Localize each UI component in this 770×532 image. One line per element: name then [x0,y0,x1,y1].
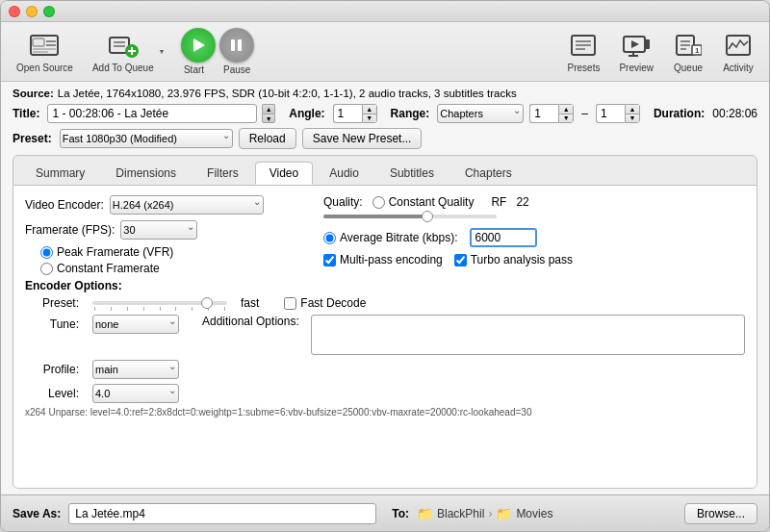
encoder-row: Video Encoder: H.264 (x264) [25,195,304,215]
profile-row: Profile: main [25,360,745,379]
reload-button[interactable]: Reload [239,128,296,149]
titlebar [1,1,769,22]
add-to-queue-button[interactable]: Add To Queue [85,26,173,77]
avg-bitrate-row: Average Bitrate (kbps): [323,228,745,247]
preset-select-wrap: Fast 1080p30 (Modified) [60,129,233,148]
tune-select[interactable]: none [92,315,179,334]
range-from-down[interactable]: ▼ [559,114,573,123]
constant-framerate-radio-item[interactable]: Constant Framerate [40,262,304,275]
minimize-button[interactable] [26,6,38,17]
tune-select-wrap: none [92,315,179,334]
tabs-header: Summary Dimensions Filters Video Audio S… [13,156,757,185]
close-button[interactable] [9,6,20,17]
constant-quality-label: Constant Quality [389,195,475,209]
bitrate-input[interactable] [470,228,537,247]
pause-button[interactable] [219,28,254,63]
range-from-spinner: ▲ ▼ [529,104,574,123]
avg-bitrate-label: Average Bitrate (kbps): [340,231,458,244]
video-tab-content: Video Encoder: H.264 (x264) Framerate (F… [13,185,757,488]
svg-marker-12 [160,50,164,54]
title-input[interactable] [47,104,257,123]
queue-icon: 1 [673,30,704,61]
tab-chapters[interactable]: Chapters [450,162,526,185]
range-select[interactable]: Chapters [437,104,524,123]
queue-button[interactable]: 1 Queue [665,26,711,77]
title-label: Title: [13,107,39,120]
angle-input[interactable] [333,104,362,123]
fast-decode-checkbox[interactable] [284,297,296,310]
encoder-preset-slider[interactable] [92,301,227,305]
fast-decode-label: Fast Decode [300,296,366,310]
encoder-select[interactable]: H.264 (x264) [110,195,264,215]
range-label: Range: [391,107,430,120]
tab-audio[interactable]: Audio [315,162,373,185]
encoder-select-wrap: H.264 (x264) [110,195,264,215]
tab-subtitles[interactable]: Subtitles [375,162,449,185]
title-spin-down[interactable]: ▼ [262,114,275,123]
add-to-queue-label: Add To Queue [92,63,154,73]
tab-video[interactable]: Video [255,162,313,185]
angle-spin-down[interactable]: ▼ [363,114,376,123]
level-label: Level: [25,387,79,400]
constant-quality-radio[interactable] [372,196,385,209]
duration-label: Duration: [654,107,705,120]
range-to-down[interactable]: ▼ [626,114,639,123]
level-select[interactable]: 4.0 [92,384,179,403]
encoder-preset-label: Preset: [25,296,79,310]
framerate-select[interactable]: 30 [120,220,197,240]
peak-framerate-radio-item[interactable]: Peak Framerate (VFR) [40,245,304,259]
multipass-checkbox[interactable] [323,254,336,266]
profile-select-wrap: main [92,360,179,379]
turbo-checkbox[interactable] [454,254,467,266]
activity-button[interactable]: Activity [715,26,761,77]
traffic-lights [9,6,55,17]
title-spin-up[interactable]: ▲ [262,104,275,114]
title-row: Title: ▲ ▼ Angle: ▲ ▼ Range: Chapters [13,104,757,123]
additional-options-row: Additional Options: [202,315,745,355]
open-source-button[interactable]: Open Source [9,26,81,77]
range-from-input[interactable] [529,104,558,123]
encoding-options-row: Multi-pass encoding Turbo analysis pass [323,253,745,266]
video-two-col: Video Encoder: H.264 (x264) Framerate (F… [25,195,745,275]
maximize-button[interactable] [43,6,55,17]
source-row: Source: La Jetée, 1764x1080, 23.976 FPS,… [13,88,757,99]
presets-label: Presets [568,63,601,73]
angle-spin-up[interactable]: ▲ [363,105,376,114]
browse-button[interactable]: Browse... [684,503,757,524]
constant-framerate-radio[interactable] [40,263,53,275]
constant-quality-radio-item[interactable]: Constant Quality [372,195,475,209]
open-source-label: Open Source [16,63,73,73]
preset-select[interactable]: Fast 1080p30 (Modified) [60,129,233,148]
save-new-preset-button[interactable]: Save New Preset... [302,128,423,149]
dropdown-arrow-icon [158,44,166,60]
avg-bitrate-radio[interactable] [323,232,336,244]
preset-row: Preset: Fast 1080p30 (Modified) Reload S… [13,128,757,149]
fast-decode-group: Fast Decode [284,296,366,310]
tab-filters[interactable]: Filters [192,162,253,185]
level-row: Level: 4.0 [25,384,745,403]
range-to-up[interactable]: ▲ [626,105,639,114]
turbo-checkbox-item[interactable]: Turbo analysis pass [454,253,573,266]
rf-slider[interactable] [323,215,497,218]
folder1-name: BlackPhil [437,507,484,520]
encoder-preset-thumb[interactable] [201,297,213,309]
range-from-spinners: ▲ ▼ [558,104,574,123]
profile-label: Profile: [25,363,79,376]
range-from-up[interactable]: ▲ [559,105,573,114]
presets-button[interactable]: Presets [560,26,608,77]
peak-framerate-radio[interactable] [40,246,53,259]
pause-label: Pause [223,64,250,75]
start-button[interactable] [181,28,216,63]
activity-label: Activity [723,63,754,73]
encoder-options-title: Encoder Options: [25,279,122,292]
multipass-checkbox-item[interactable]: Multi-pass encoding [323,253,443,266]
range-to-input[interactable] [596,104,625,123]
rf-label: RF [491,195,506,209]
additional-options-input[interactable] [311,315,745,355]
tab-summary[interactable]: Summary [21,162,99,185]
preview-button[interactable]: Preview [611,26,661,77]
profile-select[interactable]: main [92,360,179,379]
saveas-input[interactable] [68,503,376,524]
avg-bitrate-radio-item[interactable]: Average Bitrate (kbps): [323,231,458,244]
tab-dimensions[interactable]: Dimensions [101,162,191,185]
